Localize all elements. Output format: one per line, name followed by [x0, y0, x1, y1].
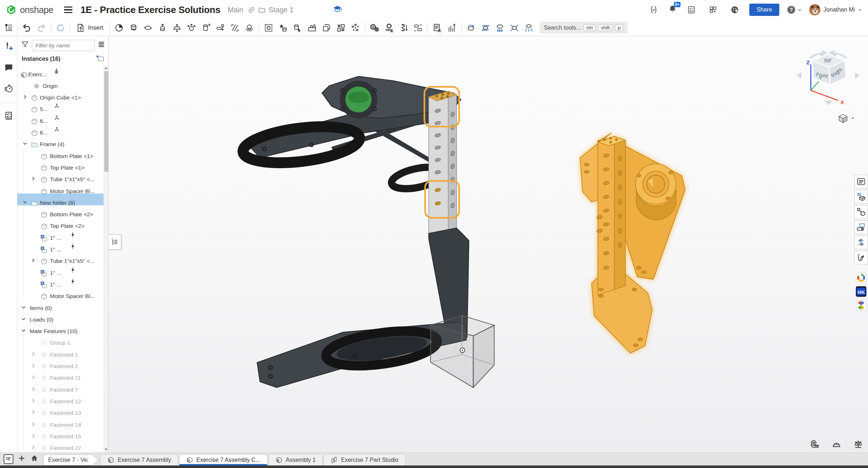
app-pinwheel-button[interactable]	[855, 299, 867, 311]
mate-button[interactable]	[112, 21, 126, 34]
slider-mate-button[interactable]	[155, 21, 170, 34]
tab-exercise-7-assembly[interactable]: Exercise 7 Assembly	[100, 454, 178, 465]
comments-button[interactable]	[4, 63, 13, 74]
tree-row-frame-4[interactable]: Frame (4)	[17, 135, 104, 147]
chevron-down-icon[interactable]	[21, 328, 26, 333]
explode-spread-button[interactable]	[522, 21, 536, 34]
add-tab-button[interactable]	[18, 454, 26, 464]
chevron-right-icon[interactable]	[22, 94, 28, 99]
undo-button[interactable]	[20, 21, 34, 34]
versions-button[interactable]	[4, 84, 13, 95]
chevron-right-icon[interactable]	[31, 363, 36, 368]
panel-scrollbar[interactable]	[104, 65, 108, 452]
follow-mode-button[interactable]	[4, 42, 13, 53]
share-button[interactable]: Share	[749, 4, 779, 16]
onshape-logo[interactable]: onshape	[6, 4, 53, 15]
tab-assembly-1[interactable]: Assembly 1	[269, 454, 323, 465]
learning-center-button[interactable]	[333, 5, 342, 15]
rotate-right-triangle[interactable]	[855, 72, 860, 79]
tree-row-fastened-2[interactable]: Fastened 2	[17, 357, 104, 369]
tree-row-bottom-plate-1[interactable]: Bottom Plate <1>	[17, 147, 104, 159]
tape-measure-button[interactable]	[809, 439, 821, 450]
chevron-right-icon[interactable]	[31, 433, 36, 438]
document-breadcrumb-tab[interactable]: Exercise 7 - Ver	[43, 455, 93, 465]
chevron-right-icon[interactable]	[31, 445, 36, 450]
theme-button[interactable]	[728, 3, 742, 16]
chevron-down-icon[interactable]	[21, 305, 26, 310]
derived-panel-button[interactable]	[854, 205, 868, 219]
chevron-right-icon[interactable]	[31, 352, 36, 357]
in-context-button[interactable]	[319, 21, 334, 34]
search-tabs-button[interactable]	[4, 454, 13, 464]
chevron-right-icon[interactable]	[31, 258, 36, 263]
tree-row-bottom-plate-2[interactable]: Bottom Plate <2>	[17, 205, 104, 217]
featurescript-panel-button[interactable]	[854, 251, 868, 264]
tree-flyout-handle[interactable]	[109, 234, 121, 250]
tree-row-fastened-7[interactable]: Fastened 7	[17, 380, 104, 392]
user-menu[interactable]: Jonathan Mi	[809, 4, 862, 16]
add-folder-button[interactable]	[96, 55, 104, 63]
fastened-mate-button[interactable]	[126, 21, 141, 34]
filter-icon[interactable]	[21, 41, 29, 50]
rotate-down-triangle[interactable]	[825, 101, 832, 105]
tree-row-1[interactable]: 1" ...	[17, 264, 104, 276]
tree-row-tube-1-x1-x5[interactable]: Tube 1"x1"x5" <...	[17, 170, 104, 182]
drag-parts-button[interactable]	[493, 21, 507, 34]
view-options-button[interactable]	[838, 114, 855, 123]
pin-slot-mate-button[interactable]	[213, 21, 228, 34]
tree-row-top-plate-2[interactable]: Top Plate <2>	[17, 217, 104, 229]
tree-row-5[interactable]: 5...	[17, 100, 104, 112]
mass-properties-button[interactable]	[852, 439, 864, 450]
tree-row-mate-features-10[interactable]: Mate Features (10)	[17, 322, 104, 334]
home-button[interactable]	[30, 454, 39, 464]
revolute-mate-button[interactable]	[141, 21, 155, 34]
search-tools-box[interactable]: Search tools...ctrlshiftp	[540, 22, 628, 34]
linear-pattern-button[interactable]	[334, 21, 348, 34]
tree-row-group-1[interactable]: Group 1	[17, 334, 104, 346]
app-colored-ring-button[interactable]	[855, 272, 867, 284]
app-store-button[interactable]	[706, 3, 720, 16]
chevron-right-icon[interactable]	[31, 387, 36, 392]
workspace-label[interactable]: Main	[228, 6, 243, 14]
app-mk-button[interactable]: MK	[855, 285, 867, 298]
origin-cube-model[interactable]	[430, 315, 494, 387]
chevron-right-icon[interactable]	[31, 398, 36, 403]
parallel-mate-button[interactable]	[228, 21, 242, 34]
standard-content-button[interactable]	[305, 21, 319, 34]
tab-exercise-7-assembly-c[interactable]: Exercise 7 Assembly C...	[179, 454, 267, 465]
cylindrical-mate-button[interactable]	[199, 21, 213, 34]
chevron-right-icon[interactable]	[31, 176, 36, 181]
tree-row-6[interactable]: 6...	[17, 124, 104, 136]
tasks-button[interactable]	[684, 3, 699, 16]
tree-row-loads-0[interactable]: Loads (0)	[17, 310, 104, 322]
view-cube[interactable]: Top Front Right Z X Y	[796, 47, 861, 116]
version-link[interactable]: Stage 1	[248, 6, 294, 14]
assembly-tree-toggle-button[interactable]	[1, 21, 16, 34]
featurescript-notices-button[interactable]	[646, 3, 661, 16]
notifications-button[interactable]: 9+	[668, 5, 677, 15]
assembly-scene[interactable]	[109, 36, 868, 452]
collision-detection-button[interactable]	[507, 21, 522, 34]
group-button[interactable]	[261, 21, 276, 34]
screw-relation-button[interactable]	[396, 21, 411, 34]
bom-table-panel-button[interactable]	[854, 175, 868, 188]
circular-pattern-button[interactable]	[348, 21, 363, 34]
animate-button[interactable]	[464, 21, 478, 34]
scrollbar-thumb[interactable]	[104, 71, 108, 172]
tree-row-1[interactable]: 1" ...	[17, 241, 104, 252]
chevron-right-icon[interactable]	[31, 422, 36, 427]
chevron-down-icon[interactable]	[22, 141, 28, 146]
tangent-mate-button[interactable]	[242, 21, 257, 34]
tree-row-1[interactable]: 1" ...	[17, 275, 104, 287]
tree-row-fastened-22[interactable]: Fastened 22	[17, 439, 104, 451]
bill-of-materials-button[interactable]	[430, 21, 444, 34]
ball-mate-button[interactable]	[184, 21, 199, 34]
configurations-panel-button[interactable]	[854, 190, 868, 204]
tree-row-exerc[interactable]: Exerc...	[17, 65, 104, 77]
scroll-up-arrow[interactable]	[105, 67, 108, 69]
tree-row-origin[interactable]: Origin	[17, 77, 104, 89]
help-button[interactable]: ?	[787, 3, 802, 16]
tree-row-items-0[interactable]: Items (0)	[17, 299, 104, 311]
tree-row-new-folder-8[interactable]: New folder (8)	[17, 193, 104, 205]
3d-viewport[interactable]: Top Front Right Z X Y MK	[109, 36, 868, 452]
